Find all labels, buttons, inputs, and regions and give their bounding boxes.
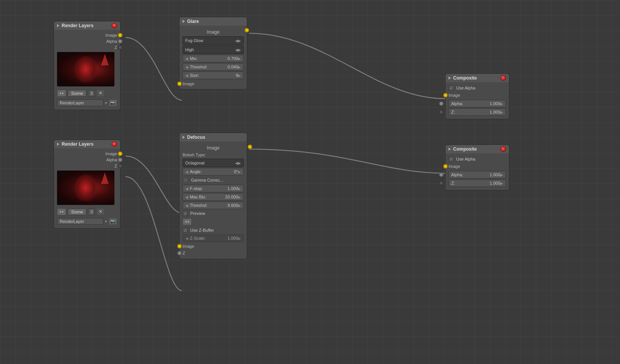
scene-btn-1[interactable]: Scene: [68, 90, 86, 97]
defocus-fstop-slider[interactable]: ◀ F-stop: 1.000 ▶: [183, 185, 244, 192]
socket-image-out-2[interactable]: [118, 151, 122, 156]
defocus-gamma-row: Gamma Correc...: [183, 176, 244, 184]
glare-mix-right-arrow: ▶: [238, 57, 241, 61]
defocus-angle-left-arrow: ◀: [185, 170, 188, 174]
glare-threshold-right-arrow: ▶: [238, 65, 241, 69]
camera-icon-2[interactable]: 📷: [109, 218, 117, 225]
composite-2-z-socket[interactable]: [439, 181, 444, 185]
collapse-icon-2[interactable]: [57, 143, 59, 146]
socket-z-out-2[interactable]: [118, 164, 122, 168]
render-layers-2-thumbnail: [57, 171, 114, 205]
render-layers-1-title: Render Layers: [62, 23, 93, 28]
output-z-1: Z: [57, 44, 117, 50]
close-btn-1[interactable]: ✕: [96, 89, 104, 97]
render-layers-1-footer: Scene 3 ✕: [57, 88, 117, 98]
render-layers-2-footer: Scene 3 ✕: [57, 206, 117, 217]
defocus-z-in-socket[interactable]: [177, 251, 182, 255]
composite-1-z-socket[interactable]: [439, 110, 444, 114]
composite-1-title: Composite: [453, 75, 477, 81]
defocus-gamma-toggle[interactable]: [183, 177, 189, 183]
camera-icon-1[interactable]: 📷: [109, 99, 117, 106]
glare-mix-slider[interactable]: ◀ Mix: 0.700 ▶: [183, 55, 244, 62]
glare-node: Glare Image Fog Glow ◀▶ High ◀▶ ◀ Mix: 0…: [179, 17, 247, 89]
composite-2-alpha-right-arrow: ▶: [500, 173, 503, 177]
renderlayer-row-2: RenderLayer ▼ 📷: [57, 217, 117, 226]
composite-2-alpha-checkbox[interactable]: ✓: [449, 156, 454, 162]
composite-node-1: Composite ✓ Use Alpha Image Alpha: 1.000…: [445, 73, 509, 119]
composite-1-header[interactable]: Composite: [445, 74, 509, 82]
defocus-image-output-label: Image: [183, 144, 244, 151]
render-layers-1-header[interactable]: Render Layers: [54, 21, 120, 30]
scene-icon-1[interactable]: [57, 90, 66, 97]
defocus-image-in-socket[interactable]: [177, 244, 182, 249]
composite-1-alpha-checkbox[interactable]: ✓: [449, 85, 454, 91]
defocus-zbuffer-checkbox[interactable]: ✓: [183, 227, 188, 233]
renderlayer-dropdown-2[interactable]: RenderLayer: [57, 218, 103, 225]
defocus-node: Defocus Image Bokeh Type: Octagonal ◀▶ ◀…: [179, 133, 247, 259]
composite-1-alpha-socket[interactable]: [439, 101, 444, 106]
glare-header[interactable]: Glare: [179, 17, 247, 26]
scene-num-2[interactable]: 3: [88, 208, 95, 215]
close-btn-2[interactable]: ✕: [96, 208, 104, 215]
glare-title: Glare: [187, 19, 199, 24]
defocus-angle-right-arrow: ▶: [238, 170, 241, 174]
renderlayer-dropdown-1[interactable]: RenderLayer: [57, 99, 103, 106]
glare-output-label: Image: [183, 28, 244, 36]
defocus-zscale-right-arrow: ▶: [238, 236, 241, 240]
glare-collapse-icon[interactable]: [183, 20, 185, 23]
defocus-header[interactable]: Defocus: [179, 133, 247, 141]
composite-2-alpha-slider[interactable]: Alpha: 1.000 ▶: [449, 171, 506, 179]
socket-z-out-1[interactable]: [118, 45, 122, 50]
defocus-fstop-right-arrow: ▶: [238, 187, 241, 191]
composite-2-header[interactable]: Composite: [445, 145, 509, 153]
render-layers-node-1: Render Layers Image Alpha Z Scene 3 ✕ Re…: [54, 21, 121, 110]
scene-num-1[interactable]: 3: [88, 90, 95, 97]
defocus-bokeh-dropdown[interactable]: Octagonal ◀▶: [183, 159, 244, 167]
output-image-1: Image: [57, 32, 117, 38]
defocus-threshold-right-arrow: ▶: [238, 203, 241, 208]
composite-1-collapse-icon[interactable]: [449, 76, 451, 80]
socket-alpha-out-2[interactable]: [118, 158, 122, 162]
socket-image-out-1[interactable]: [118, 33, 122, 37]
glare-size-slider[interactable]: ◀ Size: 9 ▶: [183, 72, 244, 79]
render-layers-2-dot[interactable]: [112, 141, 117, 147]
defocus-preview-checkbox[interactable]: ✓: [183, 211, 188, 216]
composite-1-image-row: Image: [449, 91, 506, 99]
defocus-threshold-slider[interactable]: ◀ Threshol: 9.600 ▶: [183, 202, 244, 209]
glare-threshold-slider[interactable]: ◀ Threshol: 0.040 ▶: [183, 63, 244, 71]
composite-2-z-slider[interactable]: Z: 1.000 ▶: [449, 179, 506, 187]
composite-2-dot[interactable]: [501, 146, 506, 152]
composite-1-image-socket[interactable]: [443, 93, 448, 98]
scene-icon-2[interactable]: [57, 208, 66, 215]
renderlayer-row-1: RenderLayer ▼ 📷: [57, 98, 117, 107]
composite-1-z-slider[interactable]: Z: 1.000 ▶: [449, 108, 506, 116]
composite-2-alpha-socket[interactable]: [439, 172, 444, 177]
glare-type-dropdown[interactable]: Fog Glow ◀▶: [183, 36, 244, 45]
defocus-maxblur-slider[interactable]: ◀ Max Blu: 20.000 ▶: [183, 193, 244, 201]
render-layers-2-header[interactable]: Render Layers: [54, 140, 120, 148]
defocus-z-output-row: Z: [183, 250, 244, 257]
glare-size-left-arrow: ◀: [185, 73, 188, 78]
defocus-collapse-icon[interactable]: [183, 136, 185, 139]
defocus-image-out-socket[interactable]: [248, 145, 252, 149]
render-layers-node-2: Render Layers Image Alpha Z Scene 3 ✕ Re…: [54, 140, 121, 229]
defocus-title: Defocus: [187, 135, 205, 140]
glare-image-out-socket[interactable]: [245, 28, 249, 32]
render-layers-1-thumbnail: [57, 52, 114, 86]
glare-image-input-row: Image: [183, 80, 244, 87]
render-layers-1-dot[interactable]: [112, 23, 117, 28]
composite-1-alpha-slider[interactable]: Alpha: 1.000 ▶: [449, 100, 506, 107]
composite-1-dot[interactable]: [501, 75, 506, 81]
defocus-threshold-left-arrow: ◀: [185, 203, 188, 208]
defocus-angle-slider[interactable]: ◀ Angle: 0° ▶: [183, 168, 244, 176]
scene-btn-2[interactable]: Scene: [68, 208, 86, 215]
socket-alpha-out-1[interactable]: [118, 39, 122, 44]
composite-2-collapse-icon[interactable]: [449, 148, 451, 151]
output-z-2: Z: [57, 163, 117, 169]
composite-2-image-socket[interactable]: [443, 164, 448, 169]
glare-quality-dropdown[interactable]: High ◀▶: [183, 46, 244, 54]
glare-image-in-socket[interactable]: [177, 81, 182, 86]
defocus-icon-dots[interactable]: [183, 218, 192, 225]
composite-2-alpha-row: ✓ Use Alpha: [449, 156, 506, 162]
collapse-icon-1[interactable]: [57, 24, 59, 27]
